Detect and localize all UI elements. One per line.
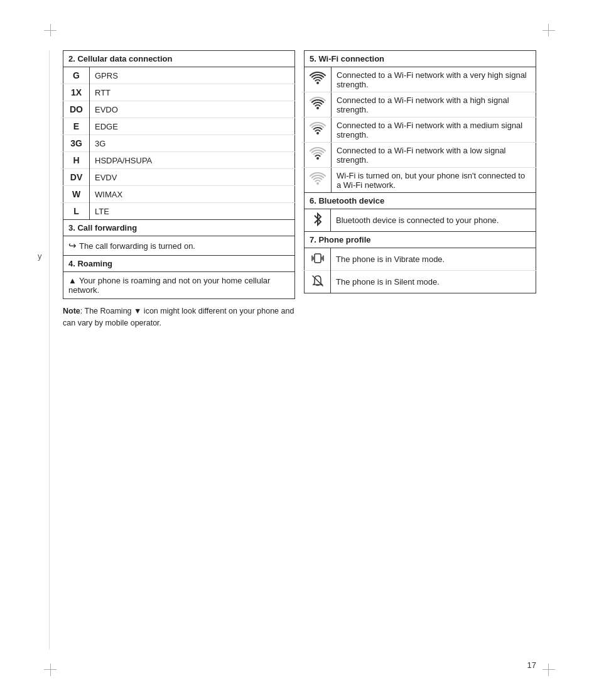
left-column: 2. Cellular data connection G GPRS 1X RT… xyxy=(63,50,295,329)
section5-header: 5. Wi-Fi connection xyxy=(305,51,536,67)
cellular-rows: G GPRS 1X RTT DO EVDO E EDGE 3G 3G H HSD… xyxy=(63,67,295,220)
cellular-icon-cell: L xyxy=(63,203,90,220)
wifi-icon-cell xyxy=(305,67,332,92)
wifi-signal-icon xyxy=(308,146,328,162)
margin-letter: y xyxy=(38,251,42,261)
wifi-row: Connected to a Wi-Fi network with a medi… xyxy=(305,118,536,143)
svg-point-3 xyxy=(316,157,319,160)
section3-header: 3. Call forwarding xyxy=(63,220,295,236)
roaming-row: ▲Your phone is roaming and not on your h… xyxy=(63,272,295,299)
cellular-desc-cell: LTE xyxy=(90,203,295,220)
profile-desc-cell: The phone is in Silent mode. xyxy=(331,271,536,293)
right-column: 5. Wi-Fi connection Connected to a Wi-Fi… xyxy=(304,50,536,293)
note-label: Note xyxy=(63,307,80,315)
bluetooth-table: 6. Bluetooth device Bluetooth device is … xyxy=(304,192,536,232)
bluetooth-row: Bluetooth device is connected to your ph… xyxy=(305,209,536,232)
profile-row: The phone is in Silent mode. xyxy=(305,271,536,293)
profile-icon-cell xyxy=(305,248,331,271)
corner-mark-tl-v xyxy=(50,24,51,36)
bluetooth-icon-cell xyxy=(305,209,331,232)
call-fwd-icon: ↪ xyxy=(68,240,77,251)
cellular-row: 3G 3G xyxy=(63,135,295,152)
call-forwarding-row: ↪The call forwarding is turned on. xyxy=(63,236,295,256)
corner-mark-tr-v xyxy=(548,24,549,36)
cellular-row: DO EVDO xyxy=(63,101,295,118)
bluetooth-icon xyxy=(311,212,324,226)
cellular-desc-cell: EDGE xyxy=(90,118,295,135)
cellular-table: 2. Cellular data connection G GPRS 1X RT… xyxy=(63,50,295,220)
note-section: Note: The Roaming ▼ icon might look diff… xyxy=(63,305,295,329)
wifi-desc-cell: Connected to a Wi-Fi network with a very… xyxy=(332,67,536,92)
cellular-row: L LTE xyxy=(63,203,295,220)
phone-profile-rows: The phone is in Vibrate mode. The phone … xyxy=(305,248,536,293)
wifi-desc-cell: Connected to a Wi-Fi network with a high… xyxy=(332,92,536,118)
wifi-desc-cell: Connected to a Wi-Fi network with a low … xyxy=(332,143,536,168)
wifi-signal-icon xyxy=(308,171,328,187)
cellular-desc-cell: EVDV xyxy=(90,169,295,186)
svg-point-1 xyxy=(316,107,319,109)
svg-point-2 xyxy=(316,132,319,134)
phone-profile-table: 7. Phone profile The phone is in Vibrate… xyxy=(304,231,536,293)
profile-desc-cell: The phone is in Vibrate mode. xyxy=(331,248,536,271)
vibrate-icon xyxy=(311,251,325,265)
profile-icon-cell xyxy=(305,271,331,293)
note-text: : The Roaming ▼ icon might look differen… xyxy=(63,307,294,327)
cellular-icon-cell: 3G xyxy=(63,135,90,152)
call-fwd-text: The call forwarding is turned on. xyxy=(79,241,195,251)
wifi-desc-cell: Connected to a Wi-Fi network with a medi… xyxy=(332,118,536,143)
silent-icon xyxy=(311,274,325,288)
wifi-signal-icon xyxy=(308,96,328,112)
section6-header: 6. Bluetooth device xyxy=(305,193,536,209)
cellular-row: 1X RTT xyxy=(63,84,295,101)
roaming-desc: ▲Your phone is roaming and not on your h… xyxy=(63,272,295,299)
cellular-desc-cell: 3G xyxy=(90,135,295,152)
cellular-desc-cell: RTT xyxy=(90,84,295,101)
svg-point-0 xyxy=(316,82,319,84)
wifi-row: Connected to a Wi-Fi network with a low … xyxy=(305,143,536,168)
cellular-desc-cell: GPRS xyxy=(90,67,295,84)
call-forwarding-table: 3. Call forwarding ↪The call forwarding … xyxy=(63,219,295,256)
corner-mark-br-h xyxy=(542,669,555,670)
section4-header: 4. Roaming xyxy=(63,256,295,272)
cellular-row: DV EVDV xyxy=(63,169,295,186)
svg-rect-5 xyxy=(315,254,321,263)
wifi-table: 5. Wi-Fi connection Connected to a Wi-Fi… xyxy=(304,50,536,193)
page-number: 17 xyxy=(527,660,536,670)
cellular-row: H HSDPA/HSUPA xyxy=(63,152,295,169)
section7-header: 7. Phone profile xyxy=(305,232,536,248)
wifi-row: Connected to a Wi-Fi network with a high… xyxy=(305,92,536,118)
wifi-icon-cell xyxy=(305,118,332,143)
wifi-signal-icon xyxy=(308,121,328,137)
tables-row: 2. Cellular data connection G GPRS 1X RT… xyxy=(63,50,536,329)
roaming-text: Your phone is roaming and not on your ho… xyxy=(68,276,270,295)
page-content: 2. Cellular data connection G GPRS 1X RT… xyxy=(63,50,536,650)
roaming-table: 4. Roaming ▲Your phone is roaming and no… xyxy=(63,255,295,299)
cellular-icon-cell: 1X xyxy=(63,84,90,101)
cellular-icon-cell: H xyxy=(63,152,90,169)
cellular-desc-cell: WIMAX xyxy=(90,186,295,203)
cellular-icon-cell: DV xyxy=(63,169,90,186)
bluetooth-desc: Bluetooth device is connected to your ph… xyxy=(331,209,536,232)
wifi-signal-icon xyxy=(308,70,328,87)
call-forwarding-desc: ↪The call forwarding is turned on. xyxy=(63,236,295,256)
wifi-row: Wi-Fi is turned on, but your phone isn't… xyxy=(305,168,536,193)
cellular-row: G GPRS xyxy=(63,67,295,84)
wifi-icon-cell xyxy=(305,143,332,168)
cellular-icon-cell: G xyxy=(63,67,90,84)
cellular-icon-cell: W xyxy=(63,186,90,203)
corner-mark-tr-h xyxy=(542,30,555,31)
corner-mark-br-v xyxy=(548,664,549,676)
cellular-row: W WIMAX xyxy=(63,186,295,203)
svg-point-4 xyxy=(316,182,319,185)
section2-header: 2. Cellular data connection xyxy=(63,51,295,67)
profile-row: The phone is in Vibrate mode. xyxy=(305,248,536,271)
wifi-row: Connected to a Wi-Fi network with a very… xyxy=(305,67,536,92)
cellular-icon-cell: E xyxy=(63,118,90,135)
cellular-icon-cell: DO xyxy=(63,101,90,118)
cellular-desc-cell: HSDPA/HSUPA xyxy=(90,152,295,169)
roaming-icon: ▲ xyxy=(68,276,77,285)
wifi-desc-cell: Wi-Fi is turned on, but your phone isn't… xyxy=(332,168,536,193)
cellular-desc-cell: EVDO xyxy=(90,101,295,118)
margin-bar-left xyxy=(49,50,50,650)
wifi-rows: Connected to a Wi-Fi network with a very… xyxy=(305,67,536,193)
